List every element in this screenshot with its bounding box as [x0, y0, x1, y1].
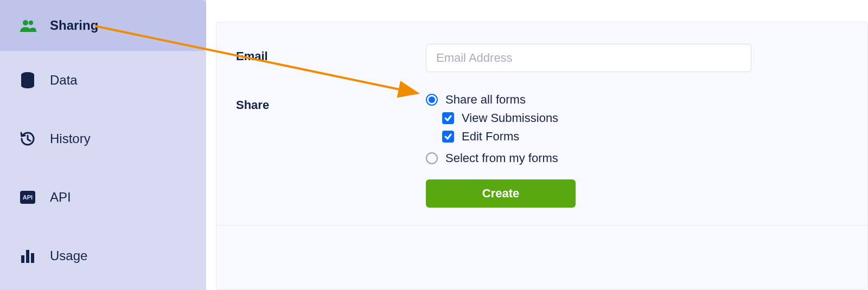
email-label: Email — [236, 44, 426, 63]
sidebar: Sharing Data History — [0, 0, 206, 290]
checkbox-checked-icon — [442, 131, 454, 143]
checkbox-label: View Submissions — [462, 111, 558, 125]
svg-rect-5 — [21, 255, 24, 263]
sidebar-item-sharing[interactable]: Sharing — [0, 0, 206, 51]
email-field[interactable] — [426, 44, 751, 72]
svg-rect-7 — [31, 253, 34, 263]
checkbox-label: Edit Forms — [462, 130, 519, 144]
create-button[interactable]: Create — [426, 179, 576, 208]
svg-point-0 — [23, 20, 28, 25]
sharing-panel: Email Share Share all forms — [216, 22, 868, 290]
sidebar-item-data[interactable]: Data — [0, 51, 206, 109]
sidebar-item-label: Sharing — [50, 18, 98, 33]
radio-share-all-forms[interactable]: Share all forms — [426, 93, 757, 107]
svg-rect-6 — [26, 250, 29, 263]
svg-text:API: API — [23, 194, 33, 201]
history-icon — [18, 131, 37, 147]
people-icon — [18, 19, 37, 32]
sidebar-item-label: History — [50, 131, 91, 146]
bar-chart-icon — [18, 249, 37, 263]
radio-select-from-my-forms[interactable]: Select from my forms — [426, 151, 757, 165]
share-label: Share — [236, 93, 426, 112]
checkbox-checked-icon — [442, 112, 454, 124]
divider — [216, 225, 868, 225]
sidebar-item-api[interactable]: API API — [0, 168, 206, 227]
sidebar-item-label: Data — [50, 73, 78, 88]
sidebar-item-history[interactable]: History — [0, 109, 206, 168]
checkbox-view-submissions[interactable]: View Submissions — [442, 111, 757, 125]
sidebar-item-usage[interactable]: Usage — [0, 227, 206, 285]
checkbox-edit-forms[interactable]: Edit Forms — [442, 130, 757, 144]
radio-icon — [426, 94, 438, 106]
radio-label: Select from my forms — [445, 151, 558, 165]
sidebar-item-label: API — [50, 190, 71, 205]
database-icon — [18, 72, 37, 88]
api-icon: API — [18, 191, 37, 204]
sidebar-item-label: Usage — [50, 248, 87, 263]
radio-icon — [426, 152, 438, 164]
radio-label: Share all forms — [445, 93, 526, 107]
main-content: Email Share Share all forms — [206, 0, 868, 290]
svg-point-1 — [29, 21, 33, 25]
